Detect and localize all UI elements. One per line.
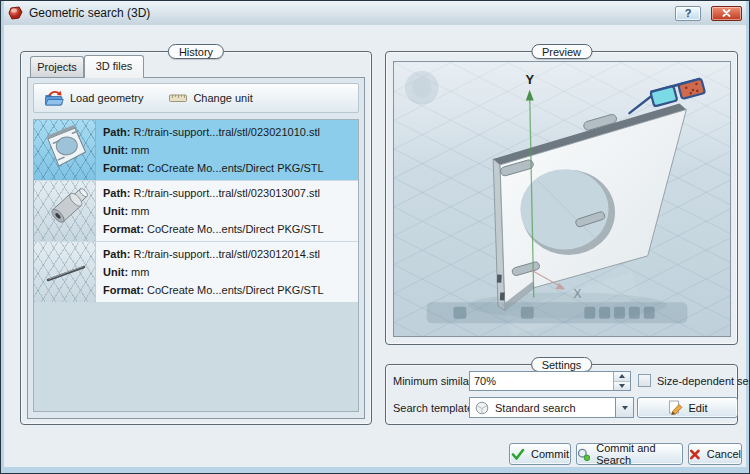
title-bar[interactable]: Geometric search (3D) ? <box>4 1 746 25</box>
spin-down-button[interactable] <box>614 382 630 391</box>
search-template-label: Search template: <box>393 402 476 414</box>
arrow-down-icon <box>619 384 625 388</box>
history-groupbox: History Projects 3D files Load geometry <box>20 51 372 425</box>
cancel-button[interactable]: Cancel <box>688 443 742 465</box>
3d-files-tab-panel: Load geometry Change unit <box>27 77 365 419</box>
3d-preview-viewport[interactable]: Y X <box>393 61 731 337</box>
arrow-up-icon <box>619 374 625 378</box>
template-sphere-icon <box>475 401 489 415</box>
file-item-details: Path:R:/train-support...tral/stl/0230120… <box>96 242 358 302</box>
preview-group-label: Preview <box>531 44 592 59</box>
file-format: CoCreate Mo...ents/Direct PKG/STL <box>147 223 324 235</box>
commit-button-label: Commit <box>531 448 569 460</box>
file-list-item[interactable]: Path:R:/train-support...tral/stl/0230120… <box>34 242 358 302</box>
minimum-similarity-spinbox[interactable]: 70% <box>469 371 631 391</box>
file-item-details: Path:R:/train-support...tral/stl/0230130… <box>96 181 358 241</box>
chevron-down-icon <box>622 406 628 410</box>
file-unit: mm <box>131 205 149 217</box>
open-folder-icon <box>44 90 64 106</box>
file-unit: mm <box>131 144 149 156</box>
file-unit: mm <box>131 266 149 278</box>
file-list-item-selected[interactable]: Path:R:/train-support...tral/stl/0230210… <box>34 120 358 180</box>
edit-brush-icon <box>668 400 683 415</box>
search-icon <box>577 447 590 462</box>
file-format: CoCreate Mo...ents/Direct PKG/STL <box>147 162 324 174</box>
preview-groupbox: Preview <box>385 51 738 345</box>
help-button[interactable]: ? <box>675 6 701 21</box>
file-format: CoCreate Mo...ents/Direct PKG/STL <box>147 284 324 296</box>
spin-up-button[interactable] <box>614 372 630 382</box>
combo-dropdown-button[interactable] <box>615 397 634 418</box>
settings-groupbox: Settings Minimum similarity: 70% Size-de… <box>385 364 738 425</box>
commit-and-search-button[interactable]: Commit and Search <box>576 443 683 465</box>
axis-y-label: Y <box>525 72 534 87</box>
window-title: Geometric search (3D) <box>29 6 669 20</box>
edit-button-label: Edit <box>689 402 708 414</box>
file-item-details: Path:R:/train-support...tral/stl/0230210… <box>96 120 358 180</box>
close-button[interactable] <box>711 6 742 21</box>
history-group-label: History <box>168 44 224 59</box>
file-path: R:/train-support...tral/stl/023012014.st… <box>134 248 320 260</box>
size-dependent-search-label: Size-dependent search <box>657 375 750 387</box>
edit-button[interactable]: Edit <box>637 397 738 418</box>
settings-group-label: Settings <box>531 357 593 372</box>
dialog-client-area: History Projects 3D files Load geometry <box>4 25 746 467</box>
thumbnail-plate-with-hole <box>34 120 96 180</box>
file-path: R:/train-support...tral/stl/023013007.st… <box>134 187 320 199</box>
viewport-overlay-toolbar[interactable] <box>427 302 688 323</box>
app-icon <box>8 6 23 20</box>
file-path: R:/train-support...tral/stl/023021010.st… <box>134 126 320 138</box>
minimum-similarity-value[interactable]: 70% <box>470 372 613 390</box>
change-unit-button[interactable]: Change unit <box>163 90 258 106</box>
dialog-window: Geometric search (3D) ? History Projects… <box>0 0 750 474</box>
file-list: Path:R:/train-support...tral/stl/0230210… <box>33 119 359 412</box>
commit-button[interactable]: Commit <box>509 443 571 465</box>
tab-projects[interactable]: Projects <box>30 56 84 77</box>
cancel-button-label: Cancel <box>707 448 741 460</box>
search-template-combobox[interactable]: Standard search <box>469 397 615 418</box>
axis-x-label: X <box>573 287 581 301</box>
size-dependent-search-checkbox[interactable] <box>638 374 651 387</box>
thumbnail-bushing <box>34 181 96 241</box>
load-geometry-button[interactable]: Load geometry <box>38 88 149 108</box>
watermark-logo <box>405 71 439 105</box>
file-toolbar: Load geometry Change unit <box>33 83 359 113</box>
file-list-item[interactable]: Path:R:/train-support...tral/stl/0230130… <box>34 181 358 241</box>
check-icon <box>511 448 525 460</box>
cancel-x-icon <box>689 448 701 461</box>
close-icon <box>722 9 731 17</box>
tab-3d-files[interactable]: 3D files <box>84 55 144 78</box>
search-template-value: Standard search <box>495 402 576 414</box>
ruler-icon <box>169 93 187 103</box>
change-unit-label: Change unit <box>193 92 252 104</box>
thumbnail-rod <box>34 242 96 302</box>
load-geometry-label: Load geometry <box>70 92 143 104</box>
commit-and-search-label: Commit and Search <box>596 442 682 466</box>
